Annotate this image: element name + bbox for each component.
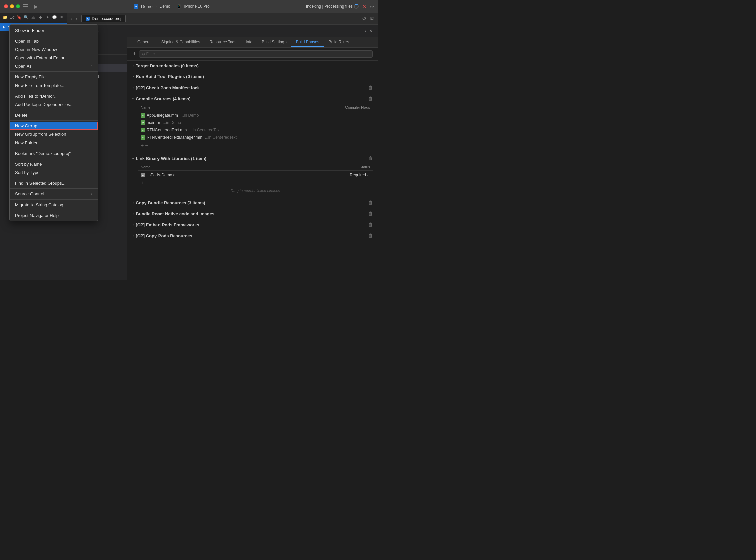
- chevron-link-binary: ›: [131, 158, 135, 159]
- phase-run-build-tool-label: Run Build Tool Plug-ins (0 items): [136, 74, 204, 79]
- minimize-button[interactable]: [10, 4, 14, 8]
- filter-input[interactable]: ⊙ Filter: [139, 50, 373, 58]
- tab-build-phases[interactable]: Build Phases: [291, 38, 324, 47]
- link-binary-row-1[interactable]: a libPods-Demo.a Required ⌄: [138, 171, 373, 179]
- compile-remove-button[interactable]: −: [145, 142, 148, 148]
- stop-button[interactable]: ✕: [362, 3, 366, 10]
- diamond-nav-icon[interactable]: ◆: [38, 15, 43, 20]
- phase-link-binary-header[interactable]: › Link Binary With Libraries (1 item) 🗑: [127, 153, 378, 164]
- phase-link-binary-label: Link Binary With Libraries (1 item): [136, 156, 206, 161]
- tab-build-rules[interactable]: Build Rules: [324, 38, 354, 47]
- context-menu-source-control[interactable]: Source Control ›: [10, 190, 98, 198]
- context-menu-new-folder[interactable]: New Folder: [10, 139, 98, 147]
- compile-row-4-name: m RTNCenteredTextManager.mm ...in Center…: [141, 135, 301, 140]
- report-nav-icon[interactable]: ≡: [59, 15, 64, 20]
- tab-signing[interactable]: Signing & Capabilities: [156, 38, 205, 47]
- file-rtncenteredtextmanager-label: RTNCenteredTextManager.mm: [147, 135, 203, 140]
- phase-copy-bundle-header[interactable]: › Copy Bundle Resources (3 items) 🗑: [127, 197, 378, 208]
- delete-check-pods-button[interactable]: 🗑: [368, 85, 373, 90]
- context-menu-sort-by-name[interactable]: Sort by Name: [10, 160, 98, 168]
- tab-xcodeproj[interactable]: A Demo.xcodeproj: [81, 15, 125, 22]
- close-button[interactable]: [4, 4, 8, 8]
- delete-copy-bundle-button[interactable]: 🗑: [368, 200, 373, 205]
- phase-target-dependencies: › Target Dependencies (0 items): [127, 61, 378, 72]
- phase-compile-sources-header[interactable]: › Compile Sources (4 items) 🗑: [127, 93, 378, 104]
- refresh-button[interactable]: ↺: [361, 16, 368, 22]
- context-menu-open-with-external-editor[interactable]: Open with External Editor: [10, 54, 98, 62]
- context-menu-bookmark[interactable]: Bookmark "Demo.xcodeproj": [10, 149, 98, 158]
- breadcrumb-sep-2: ›: [173, 4, 174, 9]
- compile-row-2-name: m main.m ...in Demo: [141, 120, 301, 125]
- required-dropdown[interactable]: Required ⌄: [350, 173, 370, 177]
- tab-general[interactable]: General: [133, 38, 156, 47]
- compile-add-button[interactable]: +: [141, 142, 144, 148]
- link-add-button[interactable]: +: [141, 180, 144, 186]
- lib-label: libPods-Demo.a: [147, 173, 175, 177]
- warning-nav-icon[interactable]: ⚠: [31, 15, 36, 20]
- delete-link-binary-button[interactable]: 🗑: [368, 156, 373, 161]
- phase-target-dependencies-header[interactable]: › Target Dependencies (0 items): [127, 61, 378, 71]
- delete-bundle-react-button[interactable]: 🗑: [368, 211, 373, 216]
- phase-compile-sources-label: Compile Sources (4 items): [136, 96, 190, 101]
- add-phase-button[interactable]: +: [133, 51, 136, 57]
- tab-forward-button[interactable]: ›: [75, 16, 79, 22]
- required-chevron: ⌄: [366, 173, 370, 177]
- context-menu-add-package-deps[interactable]: Add Package Dependencies...: [10, 100, 98, 109]
- context-menu-open-in-tab[interactable]: Open in Tab: [10, 37, 98, 45]
- folder-icon[interactable]: 📁: [3, 15, 8, 20]
- delete-compile-sources-button[interactable]: 🗑: [368, 96, 373, 101]
- phase-run-build-tool-header[interactable]: › Run Build Tool Plug-ins (0 items): [127, 72, 378, 82]
- phase-check-pods-header[interactable]: › [CP] Check Pods Manifest.lock 🗑: [127, 82, 378, 93]
- breadcrumb-demo[interactable]: Demo: [160, 4, 170, 9]
- lib-row-1-name: a libPods-Demo.a: [141, 173, 348, 177]
- context-menu-new-empty-file[interactable]: New Empty File: [10, 73, 98, 81]
- delete-embed-pods-button[interactable]: 🗑: [368, 222, 373, 227]
- delete-copy-pods-button[interactable]: 🗑: [368, 233, 373, 238]
- context-menu-sort-by-type[interactable]: Sort by Type: [10, 168, 98, 177]
- context-menu-find-in-selected-groups[interactable]: Find in Selected Groups...: [10, 179, 98, 187]
- bookmark-nav-icon[interactable]: 🔖: [17, 15, 22, 20]
- source-control-nav-icon[interactable]: ⎇: [10, 15, 15, 20]
- breakpoint-nav-icon[interactable]: ✦: [45, 15, 50, 20]
- search-nav-icon[interactable]: 🔍: [24, 15, 29, 20]
- compile-sources-row-3[interactable]: m RTNCenteredText.mm ...in CenteredText: [138, 126, 373, 134]
- callout-nav-icon[interactable]: 💬: [52, 15, 57, 20]
- compile-sources-row-1[interactable]: m AppDelegate.mm ...in Demo: [138, 112, 373, 119]
- context-menu-open-in-new-window[interactable]: Open in New Window: [10, 45, 98, 54]
- breadcrumb-device[interactable]: iPhone 16 Pro: [184, 4, 210, 9]
- split-view-button[interactable]: ⇔: [370, 3, 374, 10]
- drag-hint: Drag to reorder linked binaries: [138, 187, 373, 194]
- settings-tabs: General Signing & Capabilities Resource …: [127, 37, 378, 47]
- context-menu-project-navigator-help[interactable]: Project Navigator Help: [10, 211, 98, 220]
- context-menu-new-group[interactable]: New Group: [10, 122, 98, 130]
- phase-embed-pods: › [CP] Embed Pods Frameworks 🗑: [127, 219, 378, 231]
- nav-previous-button[interactable]: ‹: [365, 28, 366, 33]
- phase-embed-pods-header[interactable]: › [CP] Embed Pods Frameworks 🗑: [127, 219, 378, 230]
- maximize-button[interactable]: [16, 4, 20, 8]
- separator-3: [10, 91, 98, 91]
- context-menu-delete[interactable]: Delete: [10, 111, 98, 119]
- tab-info[interactable]: Info: [241, 38, 257, 47]
- tab-bar: ‹ › A Demo.xcodeproj ↺ ⧉: [67, 13, 378, 25]
- tab-build-settings[interactable]: Build Settings: [257, 38, 291, 47]
- link-remove-button[interactable]: −: [145, 180, 148, 186]
- tab-resource-tags[interactable]: Resource Tags: [205, 38, 241, 47]
- context-menu-show-in-finder[interactable]: Show in Finder: [10, 26, 98, 35]
- tab-back-button[interactable]: ‹: [70, 16, 74, 22]
- run-button[interactable]: ▶: [34, 3, 38, 10]
- compile-sources-row-4[interactable]: m RTNCenteredTextManager.mm ...in Center…: [138, 134, 373, 141]
- chevron-bundle-react: ›: [133, 212, 134, 216]
- context-menu-open-as[interactable]: Open As ›: [10, 62, 98, 71]
- context-menu-migrate-string-catalog[interactable]: Migrate to String Catalog...: [10, 201, 98, 209]
- editor-panel: ‹ › A Demo.xcodeproj ↺ ⧉ ☰ A Demo ‹ ✕: [67, 13, 378, 280]
- context-menu-new-file-from-template[interactable]: New File from Template...: [10, 81, 98, 89]
- context-menu-add-files[interactable]: Add Files to "Demo"...: [10, 92, 98, 100]
- compile-sources-row-2[interactable]: m main.m ...in Demo: [138, 119, 373, 126]
- context-menu-new-group-from-selection[interactable]: New Group from Selection: [10, 130, 98, 139]
- title-bar-center: A Demo › Demo › 📱 iPhone 16 Pro: [40, 4, 303, 9]
- phase-copy-pods-header[interactable]: › [CP] Copy Pods Resources 🗑: [127, 231, 378, 241]
- sidebar-toggle[interactable]: [23, 4, 28, 8]
- phase-bundle-react-header[interactable]: › Bundle React Native code and images 🗑: [127, 208, 378, 219]
- nav-next-button[interactable]: ✕: [369, 28, 373, 33]
- split-editor-button[interactable]: ⧉: [369, 16, 375, 22]
